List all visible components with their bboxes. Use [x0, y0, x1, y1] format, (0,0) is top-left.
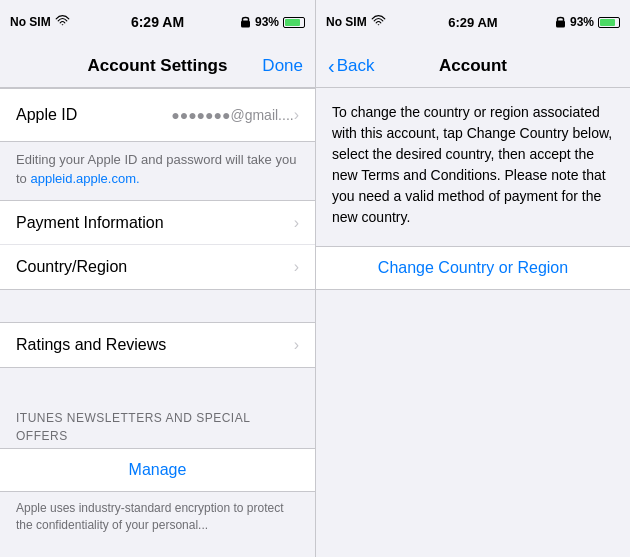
battery-icon-left — [283, 17, 305, 28]
account-settings-title: Account Settings — [88, 56, 228, 76]
country-chevron: › — [294, 258, 299, 276]
apple-id-row[interactable]: Apple ID ●●●●●●●@gmail.... › — [0, 89, 315, 141]
svg-rect-1 — [556, 20, 565, 27]
no-sim-label: No SIM — [10, 15, 51, 29]
appleid-link[interactable]: appleid.apple.com. — [30, 171, 139, 186]
payment-row[interactable]: Payment Information › — [0, 201, 315, 245]
apple-id-value: ●●●●●●●@gmail.... — [171, 107, 293, 123]
lock-icon-right — [555, 15, 566, 30]
no-sim-label-right: No SIM — [326, 15, 367, 29]
account-title: Account — [439, 56, 507, 76]
apple-id-label: Apple ID — [16, 106, 171, 124]
battery-pct-left: 93% — [255, 15, 279, 29]
status-right-right-icons: 93% — [555, 15, 620, 30]
time-left: 6:29 AM — [131, 14, 184, 30]
spacer-1 — [0, 290, 315, 322]
newsletters-header: iTunes Newsletters and Special Offers — [16, 411, 250, 443]
footer-block: Apple uses industry-standard encryption … — [0, 492, 315, 542]
nav-bar-right: ‹ Back Account — [316, 44, 630, 88]
status-bar-right: No SIM 6:29 AM 93% — [316, 0, 630, 44]
apple-id-section: Apple ID ●●●●●●●@gmail.... › — [0, 88, 315, 142]
newsletters-header-block: iTunes Newsletters and Special Offers — [0, 400, 315, 448]
battery-icon-right — [598, 17, 620, 28]
apple-id-chevron: › — [294, 106, 299, 124]
status-left-icons: No SIM — [10, 15, 70, 30]
country-row[interactable]: Country/Region › — [0, 245, 315, 289]
manage-link[interactable]: Manage — [129, 461, 187, 479]
status-right-icons-left: 93% — [240, 15, 305, 30]
nav-bar-left: Account Settings Done — [0, 44, 315, 88]
spacer-2 — [0, 368, 315, 400]
info-block: To change the country or region associat… — [316, 88, 630, 246]
right-panel: No SIM 6:29 AM 93% — [315, 0, 630, 557]
change-country-row[interactable]: Change Country or Region — [316, 246, 630, 290]
info-text: To change the country or region associat… — [332, 104, 612, 225]
wifi-icon — [55, 15, 70, 30]
lock-icon — [240, 15, 251, 30]
status-bar-left: No SIM 6:29 AM 93% — [0, 0, 315, 44]
manage-row[interactable]: Manage — [0, 448, 315, 492]
apple-id-description: Editing your Apple ID and password will … — [0, 142, 315, 200]
country-label: Country/Region — [16, 258, 294, 276]
apple-id-description-text: Editing your Apple ID and password will … — [16, 152, 296, 186]
ratings-section: Ratings and Reviews › — [0, 322, 315, 368]
time-right: 6:29 AM — [448, 15, 497, 30]
back-arrow-icon: ‹ — [328, 56, 335, 76]
ratings-chevron: › — [294, 336, 299, 354]
svg-rect-0 — [241, 20, 250, 27]
ratings-label: Ratings and Reviews — [16, 336, 294, 354]
back-label: Back — [337, 56, 375, 76]
status-right-left-icons: No SIM — [326, 15, 386, 30]
payment-country-section: Payment Information › Country/Region › — [0, 200, 315, 290]
footer-text: Apple uses industry-standard encryption … — [16, 501, 283, 532]
left-panel: No SIM 6:29 AM 93% — [0, 0, 315, 557]
back-button[interactable]: ‹ Back — [328, 56, 374, 76]
done-button[interactable]: Done — [262, 56, 303, 76]
payment-chevron: › — [294, 214, 299, 232]
change-country-link[interactable]: Change Country or Region — [378, 259, 568, 277]
payment-label: Payment Information — [16, 214, 294, 232]
ratings-row[interactable]: Ratings and Reviews › — [0, 323, 315, 367]
wifi-icon-right — [371, 15, 386, 30]
battery-pct-right: 93% — [570, 15, 594, 29]
